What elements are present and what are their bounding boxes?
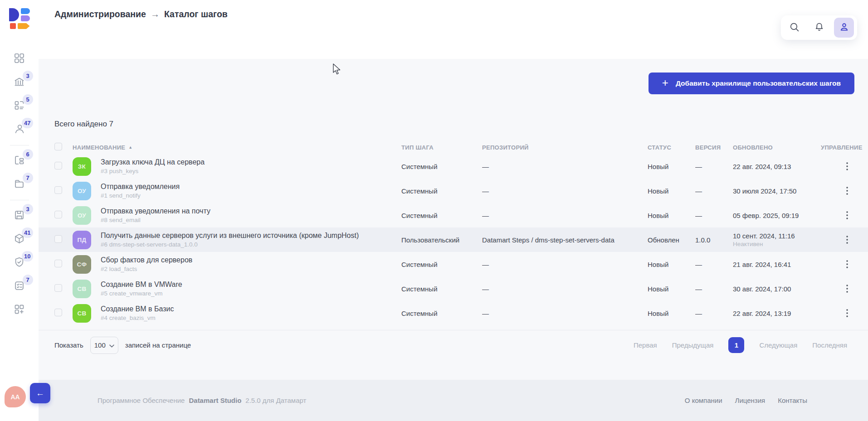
sidebar-item-packages[interactable]: 41	[12, 232, 27, 247]
show-label: Показать	[54, 341, 83, 349]
notifications-button[interactable]	[809, 18, 829, 38]
step-status: Новый	[648, 163, 695, 170]
step-name: Создание ВМ в VMWare	[101, 281, 401, 289]
step-version: —	[695, 310, 733, 317]
step-avatar: СВ	[73, 280, 91, 298]
sidebar-item-cards[interactable]: 6	[12, 153, 27, 169]
page-title: Каталог шагов	[164, 9, 228, 19]
table-row[interactable]: ЗК Загрузка ключа ДЦ на сервера#3 push_k…	[39, 154, 868, 179]
step-name: Получить данные серверов услуги из внешн…	[101, 232, 401, 240]
sidebar-item-security[interactable]: 10	[12, 255, 27, 271]
app-logo[interactable]	[9, 8, 30, 29]
top-header: Администрирование → Каталог шагов	[39, 0, 868, 59]
step-type: Системный	[401, 285, 482, 293]
table-row-selected[interactable]: ПД Получить данные серверов услуги из вн…	[39, 227, 868, 252]
footer-link-license[interactable]: Лицензия	[735, 397, 766, 404]
page-current[interactable]: 1	[728, 337, 744, 353]
row-menu-button[interactable]	[841, 307, 853, 319]
step-version: —	[695, 163, 733, 170]
sidebar-item-add-widgets[interactable]	[12, 302, 27, 318]
badge-count: 10	[22, 251, 33, 261]
column-header-version: ВЕРСИЯ	[695, 144, 733, 151]
page-last-link[interactable]: Последняя	[812, 341, 847, 349]
step-type: Системный	[401, 310, 482, 317]
dashboard-grid-icon	[13, 52, 25, 66]
step-code: #4 create_bazis_vm	[101, 315, 401, 321]
page-prev-link[interactable]: Предыдущая	[672, 341, 714, 349]
table-row[interactable]: СВ Создание ВМ в VMWare#5 create_vmware_…	[39, 276, 868, 301]
step-updated: 21 авг. 2024, 16:41	[733, 261, 821, 268]
sidebar-item-catalog[interactable]: 5	[12, 98, 27, 114]
row-menu-button[interactable]	[841, 209, 853, 221]
step-type: Системный	[401, 212, 482, 219]
step-avatar: ПД	[73, 231, 91, 249]
row-checkbox[interactable]	[54, 235, 62, 243]
step-updated: 05 февр. 2025, 09:19	[733, 212, 821, 219]
table-row[interactable]: ОУ Отправка уведомления#1 send_notify Си…	[39, 179, 868, 203]
search-button[interactable]	[784, 18, 804, 38]
row-checkbox[interactable]	[54, 309, 62, 316]
step-name: Сбор фактов для серверов	[101, 256, 401, 264]
row-menu-button[interactable]	[841, 234, 853, 246]
sidebar-item-storage[interactable]: 3	[12, 208, 27, 223]
step-repo: —	[482, 187, 648, 195]
toolbar: + Добавить хранилище пользовательских ша…	[39, 59, 868, 94]
row-checkbox[interactable]	[54, 186, 62, 194]
add-user-steps-storage-button[interactable]: + Добавить хранилище пользовательских ша…	[649, 73, 854, 94]
step-status: Новый	[648, 212, 695, 219]
step-code: #1 send_notify	[101, 192, 401, 199]
badge-count: 41	[22, 227, 33, 238]
column-header-status: СТАТУС	[648, 144, 695, 151]
select-all-checkbox[interactable]	[54, 143, 62, 150]
row-menu-button[interactable]	[841, 283, 853, 295]
page-size-select[interactable]: 100	[90, 337, 118, 354]
sidebar-item-users[interactable]: 47	[12, 122, 27, 137]
sidebar-item-bank[interactable]: 3	[12, 75, 27, 90]
row-checkbox[interactable]	[54, 162, 62, 169]
grid-plus-icon	[13, 303, 25, 317]
step-code: #3 push_keys	[101, 168, 401, 174]
row-checkbox[interactable]	[54, 211, 62, 218]
step-avatar: СВ	[73, 304, 91, 323]
row-checkbox[interactable]	[54, 260, 62, 267]
step-avatar: СФ	[73, 255, 91, 274]
step-repo: —	[482, 261, 648, 268]
sidebar-item-tasks[interactable]: 7	[12, 279, 27, 294]
step-name: Создание ВМ в Базис	[101, 305, 401, 313]
step-status: Новый	[648, 187, 695, 195]
table-row[interactable]: ОУ Отправка уведомления на почту#8 send_…	[39, 203, 868, 227]
badge-count: 5	[23, 94, 33, 105]
table-row[interactable]: СФ Сбор фактов для серверов#2 load_facts…	[39, 252, 868, 276]
profile-button[interactable]	[834, 18, 854, 38]
row-checkbox[interactable]	[54, 284, 62, 292]
user-avatar[interactable]: AA	[5, 386, 26, 407]
badge-count: 7	[23, 275, 33, 285]
step-type: Пользовательский	[401, 236, 482, 244]
row-menu-button[interactable]	[841, 160, 853, 172]
page-first-link[interactable]: Первая	[634, 341, 657, 349]
step-version: —	[695, 285, 733, 293]
plus-icon: +	[662, 77, 668, 88]
pager: Первая Предыдущая 1 Следующая Последняя	[634, 337, 847, 353]
row-menu-button[interactable]	[841, 258, 853, 270]
sidebar-item-dashboard[interactable]	[12, 51, 27, 67]
step-version: —	[695, 212, 733, 219]
sidebar-divider	[10, 200, 29, 200]
table-row[interactable]: СВ Создание ВМ в Базис#4 create_bazis_vm…	[39, 301, 868, 325]
main-content: + Добавить хранилище пользовательских ша…	[39, 59, 868, 380]
page-size-value: 100	[94, 341, 106, 349]
footer-link-company[interactable]: О компании	[685, 397, 722, 404]
step-status: Новый	[648, 310, 695, 317]
step-name: Загрузка ключа ДЦ на сервера	[101, 158, 401, 166]
search-icon	[789, 21, 800, 34]
breadcrumb-parent[interactable]: Администрирование	[54, 9, 146, 19]
column-header-name[interactable]: НАИМЕНОВАНИЕ▲	[73, 144, 401, 151]
row-menu-button[interactable]	[841, 185, 853, 197]
step-version: 1.0.0	[695, 236, 733, 244]
breadcrumb-arrow-icon: →	[151, 9, 160, 19]
sidebar-collapse-button[interactable]: ←	[30, 383, 50, 403]
sidebar-item-folders[interactable]: 7	[12, 177, 27, 192]
footer-link-contacts[interactable]: Контакты	[778, 397, 807, 404]
step-type: Системный	[401, 261, 482, 268]
page-next-link[interactable]: Следующая	[759, 341, 797, 349]
